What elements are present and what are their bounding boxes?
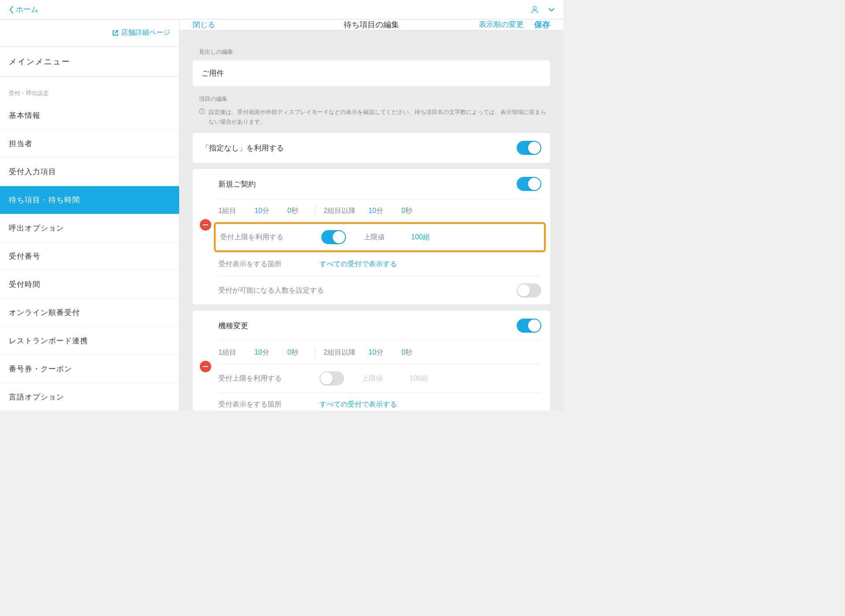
main-header: 閉じる 待ち項目の編集 表示順の変更 保存 <box>180 19 563 30</box>
use-none-label: 「指定なし」を利用する <box>202 143 284 153</box>
page-title: 待ち項目の編集 <box>344 19 399 30</box>
display-where-label: 受付表示をする箇所 <box>218 400 320 409</box>
use-none-row: 「指定なし」を利用する <box>193 133 550 163</box>
time-min-1: 10 <box>249 207 262 215</box>
divider <box>315 347 316 358</box>
limit-toggle[interactable] <box>320 371 344 385</box>
sidebar-item-wait[interactable]: 待ち項目・待ち時間 <box>0 186 179 214</box>
user-icon[interactable] <box>530 5 540 15</box>
wait-item-card: 新規ご契約 1組目 10 分 0 秒 2組目以降 10 <box>193 169 550 304</box>
sidebar: 店舗詳細ページ メインメニュー 受付・呼出設定 基本情報 担当者 受付入力項目 … <box>0 19 180 411</box>
time-sec-2: 0 <box>392 348 405 356</box>
time-row[interactable]: 1組目 10 分 0 秒 2組目以降 10 分 0 秒 <box>218 341 541 364</box>
sec-unit: 秒 <box>291 348 298 357</box>
svg-point-3 <box>202 110 202 110</box>
use-none-toggle[interactable] <box>517 141 541 155</box>
main-menu-label[interactable]: メインメニュー <box>0 47 179 77</box>
sidebar-item-time[interactable]: 受付時間 <box>0 271 179 299</box>
after-label: 2組目以降 <box>323 206 363 216</box>
item-name: 新規ご契約 <box>218 179 256 189</box>
first-label: 1組目 <box>218 348 249 357</box>
limit-row: 受付上限を利用する 上限値 100組 <box>218 364 541 392</box>
limit-value[interactable]: 100組 <box>411 233 430 242</box>
save-button[interactable]: 保存 <box>534 19 550 30</box>
sec-unit: 秒 <box>291 206 298 216</box>
external-link-icon <box>112 30 118 36</box>
min-unit-2: 分 <box>376 348 383 357</box>
back-button[interactable]: ホーム <box>9 4 38 15</box>
remove-button[interactable] <box>200 361 211 372</box>
svg-point-0 <box>533 6 536 9</box>
item-toggle[interactable] <box>517 319 541 333</box>
back-label: ホーム <box>16 4 38 15</box>
sidebar-item-call[interactable]: 呼出オプション <box>0 214 179 242</box>
chevron-left-icon <box>9 5 14 14</box>
item-name: 機種変更 <box>218 321 248 331</box>
item-section-label: 項目の編集 <box>199 95 550 103</box>
main-content: 閉じる 待ち項目の編集 表示順の変更 保存 見出しの編集 ご用件 項目の編集 設… <box>180 19 563 411</box>
info-message: 設定後は、受付画面や外部ディスプレイモードなどの表示を確認してください。待ち項目… <box>199 107 550 127</box>
first-label: 1組目 <box>218 206 249 216</box>
close-button[interactable]: 閉じる <box>193 20 215 30</box>
sidebar-item-online[interactable]: オンライン順番受付 <box>0 299 179 327</box>
capacity-label: 受付が可能になる人数を設定する <box>218 286 517 295</box>
display-all-value: すべての受付で表示する <box>320 400 397 409</box>
time-min-2: 10 <box>363 207 376 215</box>
sidebar-item-ticket[interactable]: 番号券・クーポン <box>0 355 179 383</box>
min-unit-2: 分 <box>376 206 383 216</box>
limit-label: 上限値 <box>362 374 383 383</box>
sidebar-item-restaurant[interactable]: レストランボード連携 <box>0 327 179 355</box>
use-limit-label: 受付上限を利用する <box>220 233 321 242</box>
limit-value: 100組 <box>409 374 428 383</box>
shop-detail-label: 店舗詳細ページ <box>121 28 170 37</box>
sidebar-item-staff[interactable]: 担当者 <box>0 130 179 158</box>
display-row[interactable]: 受付表示をする箇所 すべての受付で表示する <box>218 392 541 411</box>
heading-section-label: 見出しの編集 <box>199 48 550 56</box>
limit-row-highlighted: 受付上限を利用する 上限値 100組 <box>214 222 546 252</box>
display-where-label: 受付表示をする箇所 <box>218 260 320 269</box>
shop-detail-link[interactable]: 店舗詳細ページ <box>0 19 179 47</box>
sec-unit-2: 秒 <box>405 206 412 216</box>
time-row[interactable]: 1組目 10 分 0 秒 2組目以降 10 分 0 秒 <box>218 199 541 222</box>
sidebar-section-label: 受付・呼出設定 <box>0 77 179 102</box>
use-limit-label: 受付上限を利用する <box>218 374 320 383</box>
info-text: 設定後は、受付画面や外部ディスプレイモードなどの表示を確認してください。待ち項目… <box>209 107 550 127</box>
time-sec-2: 0 <box>392 207 405 215</box>
capacity-toggle[interactable] <box>517 283 541 297</box>
sidebar-item-number[interactable]: 受付番号 <box>0 242 179 271</box>
info-icon <box>199 108 205 114</box>
time-sec-1: 0 <box>278 207 291 215</box>
limit-label: 上限値 <box>364 233 385 242</box>
item-toggle[interactable] <box>517 177 541 191</box>
capacity-row: 受付が可能になる人数を設定する <box>218 276 541 304</box>
chevron-down-icon[interactable] <box>548 8 555 11</box>
display-row[interactable]: 受付表示をする箇所 すべての受付で表示する <box>218 252 541 276</box>
remove-button[interactable] <box>200 219 211 231</box>
sidebar-item-basic[interactable]: 基本情報 <box>0 102 179 130</box>
sidebar-item-language[interactable]: 言語オプション <box>0 383 179 411</box>
min-unit: 分 <box>262 348 269 357</box>
wait-item-card: 機種変更 1組目 10 分 0 秒 2組目以降 10 <box>193 311 550 411</box>
display-all-value: すべての受付で表示する <box>320 260 397 269</box>
time-min-1: 10 <box>249 348 262 356</box>
min-unit: 分 <box>262 206 269 216</box>
heading-input[interactable]: ご用件 <box>193 60 550 86</box>
divider <box>315 205 316 216</box>
sidebar-item-input[interactable]: 受付入力項目 <box>0 158 179 186</box>
time-min-2: 10 <box>363 348 376 356</box>
top-header: ホーム <box>0 0 563 19</box>
after-label: 2組目以降 <box>323 348 363 357</box>
sec-unit-2: 秒 <box>405 348 412 357</box>
reorder-button[interactable]: 表示順の変更 <box>479 19 524 30</box>
time-sec-1: 0 <box>278 348 291 356</box>
limit-toggle[interactable] <box>321 230 346 244</box>
